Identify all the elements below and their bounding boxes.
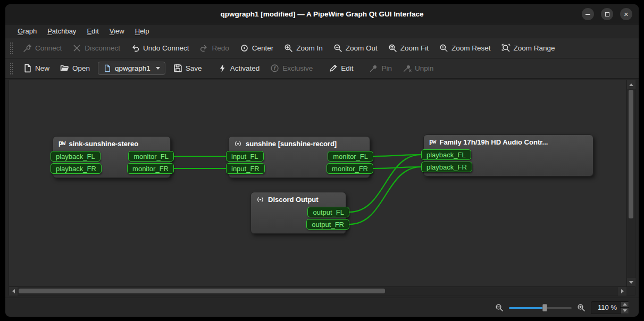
- speaker-icon: [234, 140, 242, 148]
- port-monitor_FR[interactable]: monitor_FR: [127, 163, 174, 174]
- node-title: Discord Output: [251, 192, 346, 206]
- node-title: sunshine [sunshine-record]: [229, 137, 370, 150]
- pipewire-icon: pw: [429, 138, 436, 146]
- node-sink[interactable]: pwsink-sunshine-stereoplayback_FLplaybac…: [53, 136, 171, 178]
- scroll-up-button[interactable]: [627, 80, 635, 89]
- scroll-right-button[interactable]: [618, 287, 626, 295]
- edit-label: Edit: [341, 64, 353, 72]
- horizontal-scroll-handle[interactable]: [19, 289, 385, 293]
- zoom-in-small-icon[interactable]: [577, 303, 586, 312]
- pipewire-icon: pw: [58, 140, 65, 148]
- port-monitor_FL[interactable]: monitor_FL: [328, 151, 373, 162]
- connect-label: Connect: [35, 44, 62, 52]
- activated-label: Activated: [230, 64, 260, 72]
- pin-button[interactable]: Pin: [364, 61, 397, 75]
- exclusive-button[interactable]: f Exclusive: [265, 61, 317, 75]
- port-playback_FR[interactable]: playback_FR: [421, 162, 472, 172]
- node-sunshine[interactable]: sunshine [sunshine-record]input_FLinput_…: [228, 136, 370, 178]
- pin-label: Pin: [381, 64, 392, 72]
- menu-item-graph[interactable]: Graph: [13, 26, 41, 37]
- zoom-out-icon: [333, 44, 342, 53]
- undo-icon: [131, 44, 140, 53]
- menu-item-edit[interactable]: Edit: [82, 26, 103, 37]
- port-output_FR[interactable]: output_FR: [306, 219, 349, 230]
- port-playback_FR[interactable]: playback_FR: [51, 163, 102, 174]
- scroll-down-button[interactable]: [627, 278, 635, 286]
- port-input_FR[interactable]: input_FR: [226, 163, 265, 174]
- maximize-button[interactable]: [601, 8, 613, 20]
- connection-wires: [9, 80, 626, 286]
- zoom-slider-handle[interactable]: [542, 304, 547, 311]
- center-button[interactable]: Center: [235, 41, 279, 55]
- zoom-spinbox[interactable]: 110 %: [591, 301, 629, 314]
- scroll-left-button[interactable]: [9, 287, 18, 295]
- redo-button[interactable]: Redo: [195, 41, 233, 55]
- port-monitor_FL[interactable]: monitor_FL: [128, 151, 174, 162]
- title-bar[interactable]: qpwgraph1 [modified] — A PipeWire Graph …: [5, 4, 639, 24]
- zoom-value: 110 %: [596, 303, 617, 311]
- zoom-reset-button[interactable]: Zoom Reset: [434, 41, 496, 55]
- toolbar-drag-handle[interactable]: [10, 43, 13, 54]
- window-title: qpwgraph1 [modified] — A PipeWire Graph …: [220, 10, 423, 18]
- toolbar-drag-handle-2[interactable]: [10, 63, 13, 74]
- save-button[interactable]: Save: [169, 61, 207, 75]
- zoom-out-button[interactable]: Zoom Out: [329, 41, 382, 55]
- disconnect-x-icon: [72, 44, 81, 53]
- zoom-reset-label: Zoom Reset: [451, 44, 491, 52]
- menu-item-patchbay[interactable]: Patchbay: [43, 26, 81, 37]
- exclusive-icon: f: [270, 64, 279, 73]
- open-folder-icon: [60, 64, 69, 73]
- node-title-text: sink-sunshine-stereo: [69, 140, 138, 148]
- node-discord[interactable]: Discord Outputoutput_FLoutput_FR: [250, 192, 346, 234]
- horizontal-scrollbar[interactable]: [9, 286, 626, 295]
- minimize-button[interactable]: [582, 8, 594, 20]
- disconnect-button[interactable]: Disconnect: [68, 41, 125, 55]
- zoom-range-button[interactable]: Zoom Range: [497, 41, 560, 55]
- zoom-decrement-button[interactable]: [620, 308, 629, 314]
- menu-item-help[interactable]: Help: [130, 26, 154, 37]
- zoom-slider[interactable]: [509, 303, 572, 312]
- undo-connect-button[interactable]: Undo Connect: [126, 41, 194, 55]
- undo-connect-label: Undo Connect: [143, 44, 189, 52]
- connect-button[interactable]: Connect: [18, 41, 66, 55]
- port-output_FL[interactable]: output_FL: [307, 207, 349, 217]
- desktop-background: qpwgraph1 [modified] — A PipeWire Graph …: [0, 0, 644, 321]
- center-label: Center: [252, 44, 274, 52]
- zoom-increment-button[interactable]: [620, 302, 629, 308]
- vertical-scroll-handle[interactable]: [629, 90, 633, 218]
- port-playback_FL[interactable]: playback_FL: [421, 149, 471, 160]
- vertical-scrollbar[interactable]: [626, 80, 635, 286]
- arrow-right-icon: [621, 289, 624, 293]
- spin-down-icon: [623, 309, 627, 312]
- zoom-fit-label: Zoom Fit: [400, 44, 429, 52]
- open-button[interactable]: Open: [55, 61, 95, 75]
- zoom-out-small-icon[interactable]: [495, 303, 504, 312]
- node-family[interactable]: pwFamily 17h/19h HD Audio Contr...playba…: [423, 134, 593, 176]
- node-title-text: Discord Output: [268, 196, 319, 204]
- unpin-button[interactable]: Unpin: [398, 61, 438, 75]
- new-button[interactable]: New: [18, 61, 54, 75]
- port-playback_FL[interactable]: playback_FL: [51, 151, 101, 162]
- node-title: pwsink-sunshine-stereo: [53, 137, 170, 150]
- status-bar: 110 %: [5, 298, 639, 317]
- pin-icon: [369, 64, 378, 73]
- zoom-fit-button[interactable]: Zoom Fit: [383, 41, 433, 55]
- close-button[interactable]: ×: [620, 8, 632, 20]
- edit-button[interactable]: Edit: [324, 61, 358, 75]
- zoom-reset-icon: [439, 44, 448, 53]
- open-label: Open: [72, 64, 90, 72]
- activated-button[interactable]: Activated: [213, 61, 265, 75]
- port-monitor_FR[interactable]: monitor_FR: [327, 163, 373, 174]
- menu-item-view[interactable]: View: [105, 26, 129, 37]
- speaker-icon: [256, 196, 264, 204]
- spin-up-icon: [623, 303, 627, 306]
- zoom-in-button[interactable]: Zoom In: [279, 41, 328, 55]
- session-combo[interactable]: qpwgraph1: [98, 62, 165, 75]
- save-label: Save: [186, 64, 202, 72]
- zoom-in-label: Zoom In: [296, 44, 323, 52]
- zoom-fit-icon: [388, 44, 397, 53]
- port-input_FL[interactable]: input_FL: [226, 151, 264, 162]
- graph-canvas[interactable]: pwsink-sunshine-stereoplayback_FLplaybac…: [9, 80, 626, 286]
- arrow-down-icon: [629, 281, 633, 284]
- connect-plug-icon: [23, 44, 32, 53]
